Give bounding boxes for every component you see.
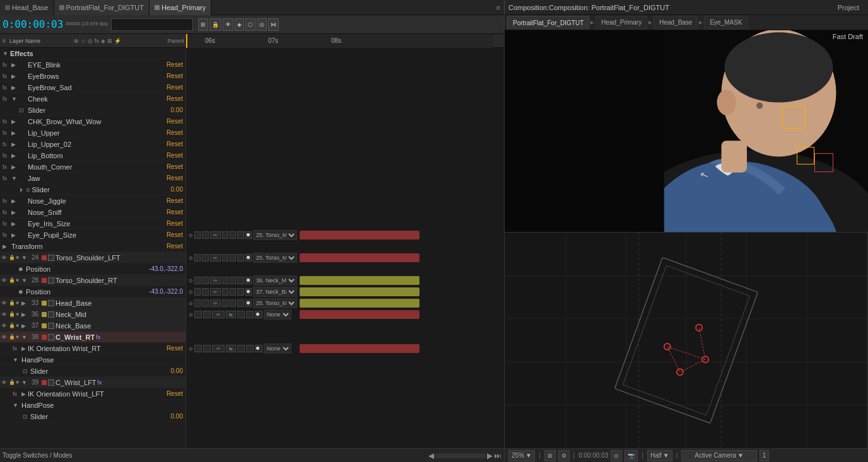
reset-btn-lip-bottom[interactable]: Reset <box>167 152 183 159</box>
sw-2-37[interactable] <box>202 299 208 307</box>
lock-icon[interactable]: 🔒 <box>209 18 221 31</box>
parent-select-24[interactable]: 25. Torso_Mi <box>253 230 297 240</box>
sw-4-39[interactable] <box>246 345 254 352</box>
sw-3-39[interactable] <box>237 345 245 352</box>
tab-head-primary[interactable]: Head_Primary <box>150 0 211 15</box>
layer-row-33[interactable]: 👁 🔒 ★ ▶ 33 Head_Base <box>0 297 185 309</box>
comp-settings-btn[interactable]: ⚙ <box>558 450 570 461</box>
comp-tab-head-base[interactable]: Head_Base <box>654 16 698 30</box>
lock-28[interactable]: 🔒 <box>9 277 15 283</box>
tab-menu-left[interactable]: ≡ <box>493 4 504 11</box>
expand-arrow-jaw[interactable]: ▼ <box>11 175 18 182</box>
sw-3-33[interactable] <box>222 277 228 284</box>
sw-pencil-24[interactable]: ✏ <box>210 231 221 239</box>
layer-row-36[interactable]: 👁 🔒 ★ ▶ 36 Neck_Mid <box>0 309 185 320</box>
comp-tab-portrait[interactable]: PortraitFlat_For_DIGTUT <box>507 16 589 30</box>
shy-38[interactable]: ★ <box>15 334 21 340</box>
reset-btn-lip-upper-02[interactable]: Reset <box>167 141 183 147</box>
reset-btn-eyebrow-sad[interactable]: Reset <box>167 84 183 91</box>
shy-33[interactable]: ★ <box>15 300 21 306</box>
sw-solo-39[interactable]: ⊙ <box>189 346 193 352</box>
expand-arrow-9[interactable]: ▶ <box>11 164 18 170</box>
vis-eye-28[interactable]: 👁 <box>1 277 9 284</box>
vis-eye-38[interactable]: 👁 <box>1 334 9 340</box>
expand-arrow-12[interactable]: ▶ <box>11 209 18 216</box>
layer-row-28[interactable]: 👁 🔒 ★ ▼ 28 Torso_Shoulder_RT <box>0 275 185 286</box>
expand-39[interactable]: ▼ <box>21 379 28 386</box>
sw-3-24[interactable] <box>222 231 228 239</box>
sw-4-37[interactable] <box>230 299 236 307</box>
draft-icon[interactable]: ⬡ <box>245 18 255 31</box>
sw-pencil-39[interactable]: ✏ <box>212 345 225 352</box>
sw-1-33[interactable] <box>194 277 201 284</box>
expand-ik-rt[interactable]: ▶ <box>21 345 28 352</box>
sw-2-39[interactable] <box>203 345 211 352</box>
parent-select-33[interactable]: 36. Neck_Mid <box>253 275 297 286</box>
expand-arrow-7[interactable]: ▶ <box>11 141 18 147</box>
comp-tab-eye-mask[interactable]: Eye_MASK <box>704 16 748 30</box>
quality-icon[interactable]: ◈ <box>235 18 244 31</box>
sw-5-28[interactable] <box>237 254 243 262</box>
sw-5-24[interactable] <box>237 231 243 239</box>
channel-select[interactable]: 1 <box>760 450 770 461</box>
expand-28[interactable]: ▼ <box>21 277 28 284</box>
sw-3-38[interactable] <box>237 311 245 318</box>
sw-pencil-28[interactable]: ✏ <box>210 254 221 262</box>
expand-arrow-14[interactable]: ▶ <box>11 232 18 238</box>
expand-arrow-1[interactable]: ▶ <box>11 62 18 68</box>
vis-eye-36[interactable]: 👁 <box>1 311 9 318</box>
expand-38[interactable]: ▼ <box>21 334 28 340</box>
sw-2-36[interactable] <box>202 288 208 296</box>
sw-pencil-38[interactable]: ✏ <box>212 311 225 318</box>
sw-1-38[interactable] <box>194 311 202 318</box>
sw-pencil-33[interactable]: ✏ <box>210 277 221 284</box>
sw-6-33[interactable]: ⏺ <box>245 277 252 284</box>
quality-select[interactable]: Half ▼ <box>647 450 672 461</box>
sw-solo-36[interactable]: ⊙ <box>189 289 193 295</box>
expand-33[interactable]: ▶ <box>21 300 28 306</box>
sw-3-36[interactable] <box>222 288 228 296</box>
shy-39[interactable]: ★ <box>15 379 21 385</box>
expand-arrow-cheek[interactable]: ▼ <box>11 96 18 102</box>
sw-5-33[interactable] <box>237 277 243 284</box>
reset-ik-lft[interactable]: Reset <box>167 390 183 397</box>
expand-arrow-6[interactable]: ▶ <box>11 130 18 136</box>
reset-btn-jaw[interactable]: Reset <box>167 175 183 182</box>
sw-2-28[interactable] <box>202 254 208 262</box>
expand-ik-lft[interactable]: ▶ <box>21 391 28 397</box>
tab-portrait-flat[interactable]: PortraitFlat_For_DIGTUT <box>54 0 150 15</box>
reset-btn-nose-jiggle[interactable]: Reset <box>167 197 183 204</box>
sw-pencil-37[interactable]: ✏ <box>210 299 221 307</box>
parent-select-36[interactable]: 37. Neck_Bas <box>253 287 297 297</box>
frame-blend-icon[interactable]: ⋈ <box>268 18 279 31</box>
project-button[interactable]: Project <box>833 4 864 11</box>
sw-2-33[interactable] <box>202 277 208 284</box>
sw-fx-39[interactable]: fx <box>226 345 236 352</box>
comp-zoom-select[interactable]: 25% ▼ <box>508 450 535 461</box>
vis-eye-39[interactable]: 👁 <box>1 379 9 386</box>
timeline-next[interactable]: ▶ <box>487 451 493 460</box>
layer-row-24[interactable]: 👁 🔒 ★ ▼ 24 Torso_Shoulder_LFT <box>0 252 185 263</box>
view-select[interactable]: Active Camera ▼ <box>681 450 756 461</box>
timeline-scrollbar[interactable] <box>435 453 486 458</box>
sw-4-28[interactable] <box>230 254 236 262</box>
layer-row-37[interactable]: 👁 🔒 ★ ▶ 37 Neck_Base <box>0 320 185 332</box>
render-btn[interactable]: ◎ <box>611 450 622 461</box>
toggle-switches-modes[interactable]: Toggle Switches / Modes <box>3 452 73 459</box>
expand-handpose-rt[interactable]: ▼ <box>13 357 19 363</box>
sw-solo-38[interactable]: ⊙ <box>189 312 193 318</box>
lock-33[interactable]: 🔒 <box>9 300 15 306</box>
sw-1-28[interactable] <box>194 254 201 262</box>
sw-solo-24[interactable]: ⊙ <box>189 233 193 238</box>
sw-5-39[interactable]: ⏺ <box>255 345 262 352</box>
lock-38[interactable]: 🔒 <box>9 334 15 340</box>
sw-3-28[interactable] <box>222 254 228 262</box>
transform-expand-arrow[interactable]: ▶ <box>3 243 9 250</box>
sw-solo-37[interactable]: ⊙ <box>189 301 193 306</box>
parent-select-37[interactable]: 25. Torso_Mi <box>253 298 297 308</box>
sw-2-24[interactable] <box>202 231 208 239</box>
timeline-prev[interactable]: ◀ <box>428 451 434 460</box>
sw-5-37[interactable] <box>237 299 243 307</box>
expand-arrow-8[interactable]: ▶ <box>11 153 18 159</box>
tab-head-base[interactable]: Head_Base <box>0 0 54 15</box>
